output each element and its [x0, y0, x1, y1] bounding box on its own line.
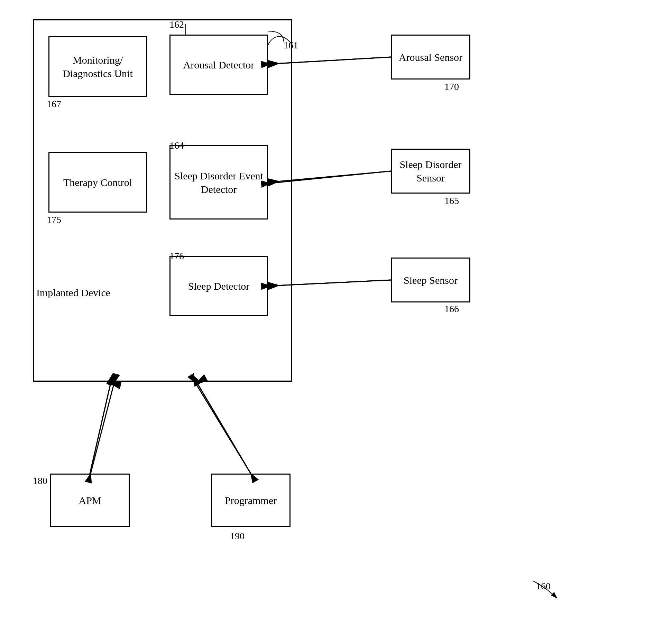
sleep-detector-box: Sleep Detector	[169, 256, 268, 316]
sleep-detector-label: Sleep Detector	[188, 279, 249, 293]
sleep-disorder-sensor-box: Sleep Disorder Sensor	[391, 149, 470, 194]
ref-180: 180	[33, 475, 47, 486]
ref-160: 160	[536, 581, 551, 592]
sleep-disorder-event-label: Sleep Disorder Event Detector	[171, 169, 267, 196]
arousal-sensor-box: Arousal Sensor	[391, 35, 470, 80]
programmer-label: Programmer	[225, 494, 277, 507]
ref-170: 170	[444, 81, 459, 92]
svg-line-16	[91, 383, 114, 474]
monitoring-label: Monitoring/ Diagnostics Unit	[49, 53, 146, 80]
svg-line-7	[90, 383, 111, 474]
ref-161: 161	[284, 40, 298, 51]
svg-line-8	[90, 383, 111, 474]
ref-162: 162	[169, 19, 184, 30]
sleep-disorder-sensor-label: Sleep Disorder Sensor	[392, 158, 469, 185]
implanted-device-label: Implanted Device	[36, 287, 110, 299]
apm-label: APM	[79, 494, 101, 507]
sleep-sensor-label: Sleep Sensor	[404, 273, 458, 287]
arousal-detector-label: Arousal Detector	[183, 58, 255, 72]
ref-166: 166	[444, 303, 459, 315]
monitoring-diagnostics-box: Monitoring/ Diagnostics Unit	[48, 36, 147, 97]
arousal-detector-box: Arousal Detector	[169, 35, 268, 95]
svg-line-10	[197, 383, 251, 474]
therapy-control-label: Therapy Control	[63, 176, 132, 189]
ref-176: 176	[169, 251, 184, 262]
ref-165: 165	[444, 195, 459, 206]
ref-167: 167	[47, 99, 61, 110]
therapy-control-box: Therapy Control	[48, 152, 147, 213]
svg-line-9	[197, 383, 251, 474]
programmer-box: Programmer	[211, 474, 291, 527]
ref-175: 175	[47, 214, 61, 225]
ref-164: 164	[169, 140, 184, 151]
apm-box: APM	[50, 474, 130, 527]
svg-line-17	[195, 383, 251, 474]
sleep-disorder-event-box: Sleep Disorder Event Detector	[169, 145, 268, 219]
arousal-sensor-label: Arousal Sensor	[399, 50, 462, 64]
ref-190: 190	[230, 531, 245, 542]
sleep-sensor-box: Sleep Sensor	[391, 258, 470, 302]
diagram-container: Monitoring/ Diagnostics Unit Arousal Det…	[0, 0, 672, 626]
